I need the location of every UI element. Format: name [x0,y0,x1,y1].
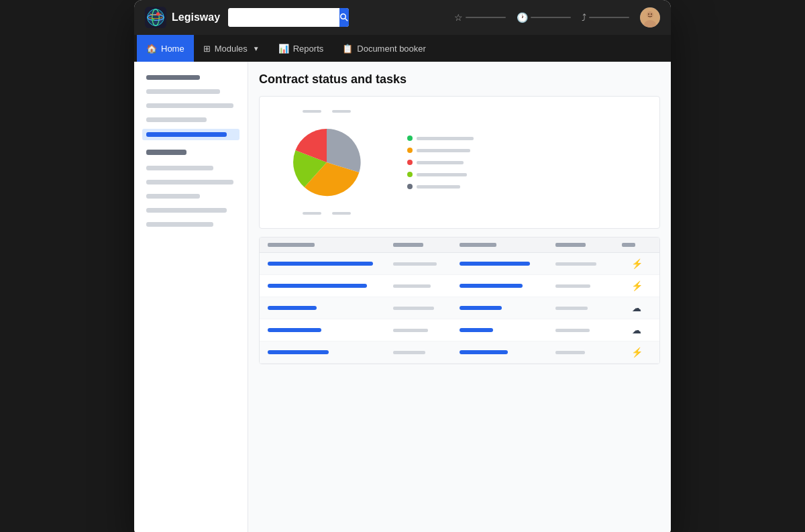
legend-dot-red [407,160,413,165]
legend-label-4 [417,173,467,176]
chevron-down-icon: ▼ [253,45,260,52]
sidebar-item-10[interactable] [142,219,239,229]
legend-label-1 [417,137,474,140]
app-logo [145,7,166,28]
legend-dot-gray [407,184,413,189]
search-bar[interactable] [228,8,349,27]
clock-icon: 🕐 [517,12,528,23]
table-row[interactable]: ⚡ [260,341,659,364]
table-col-1 [268,243,315,247]
main-layout: Contract status and tasks [134,62,671,532]
top-actions: ☆ 🕐 ⤴ [454,7,660,28]
home-icon: 🏠 [146,44,157,54]
share-icon: ⤴ [582,12,586,23]
sidebar-item-7[interactable] [142,177,239,187]
share-action[interactable]: ⤴ [582,12,629,23]
table-card: ⚡ ⚡ ☁ [259,237,660,364]
sidebar-item-8[interactable] [142,191,239,201]
reports-icon: 📊 [278,44,289,54]
svg-point-5 [152,19,155,21]
nav-document-booker-label: Document booker [357,44,426,54]
sidebar-item-4[interactable] [142,115,239,125]
sidebar-group-1 [142,72,239,229]
table-col-2 [393,243,423,247]
table-col-5 [622,243,635,247]
document-icon: 📋 [342,44,353,54]
row-action-icon[interactable]: ⚡ [622,280,651,291]
sidebar-item-3[interactable] [142,101,239,111]
legend-area [394,136,646,189]
row-action-icon[interactable]: ⚡ [622,258,651,269]
pie-chart [286,122,367,203]
legend-dot-lime [407,172,413,177]
content-area: Contract status and tasks [248,62,671,532]
modules-icon: ⊞ [203,44,211,54]
table-col-3 [460,243,496,247]
top-bar: Legisway ☆ 🕐 ⤴ [134,0,671,35]
nav-home-label: Home [161,44,184,54]
svg-point-11 [648,13,649,15]
legend-item-4 [407,172,646,177]
legend-item-5 [407,184,646,189]
user-avatar[interactable] [640,7,660,28]
svg-point-4 [156,12,160,15]
app-name: Legisway [172,11,220,23]
nav-reports-label: Reports [293,44,324,54]
legend-label-3 [417,161,464,164]
browser-window: Legisway ☆ 🕐 ⤴ [134,0,671,532]
table-row[interactable]: ⚡ [260,275,659,297]
search-button[interactable] [339,8,349,27]
table-row[interactable]: ⚡ [260,253,659,275]
table-row[interactable]: ☁ [260,319,659,341]
chart-card [259,96,660,229]
history-action[interactable]: 🕐 [517,12,571,23]
nav-document-booker[interactable]: 📋 Document booker [333,35,435,62]
sidebar-item-9[interactable] [142,205,239,215]
svg-line-7 [345,19,348,21]
nav-home[interactable]: 🏠 Home [137,35,194,62]
legend-dot-orange [407,148,413,153]
legend-item-1 [407,136,646,141]
page-title: Contract status and tasks [259,72,660,87]
pie-chart-container [273,110,380,215]
sidebar-item-section [142,147,239,158]
sidebar-item-2[interactable] [142,87,239,97]
nav-modules-label: Modules [215,44,248,54]
table-header [260,237,659,253]
row-action-icon[interactable]: ⚡ [622,347,651,358]
table-row[interactable]: ☁ [260,297,659,319]
legend-label-5 [417,185,460,189]
sidebar-item-1[interactable] [142,72,239,83]
legend-item-2 [407,148,646,153]
favorites-action[interactable]: ☆ [454,12,506,23]
svg-point-12 [651,13,652,15]
star-icon: ☆ [454,12,463,23]
sidebar-item-6[interactable] [142,163,239,173]
search-input[interactable] [228,8,339,27]
legend-item-3 [407,160,646,165]
svg-point-6 [341,14,346,19]
nav-modules[interactable]: ⊞ Modules ▼ [194,35,269,62]
table-col-4 [555,243,586,247]
logo-area: Legisway [145,7,220,28]
legend-dot-green [407,136,413,141]
legend-label-2 [417,149,470,152]
nav-reports[interactable]: 📊 Reports [269,35,333,62]
nav-bar: 🏠 Home ⊞ Modules ▼ 📊 Reports 📋 Document … [134,35,671,62]
sidebar-item-5-active[interactable] [142,129,239,140]
row-action-icon[interactable]: ☁ [622,325,651,335]
sidebar [134,62,248,532]
row-action-icon[interactable]: ☁ [622,303,651,313]
